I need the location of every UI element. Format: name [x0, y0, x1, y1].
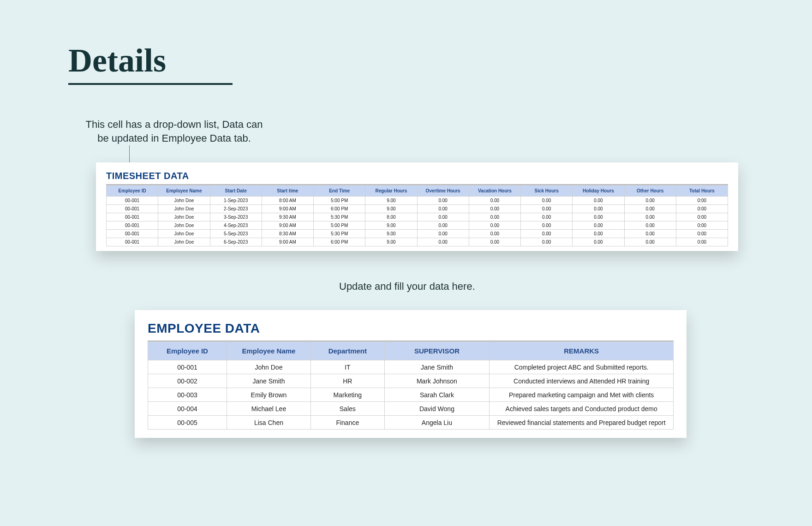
- employee-cell[interactable]: Achieved sales targets and Conducted pro…: [490, 402, 674, 416]
- timesheet-cell: 0.00: [469, 197, 520, 205]
- table-row: 00-001John Doe4-Sep-20239:00 AM5:00 PM9.…: [107, 221, 728, 230]
- timesheet-cell: 0:00: [676, 221, 728, 230]
- employee-cell[interactable]: 00-004: [148, 402, 227, 416]
- timesheet-panel: TIMESHEET DATA Employee IDEmployee NameS…: [96, 162, 738, 251]
- timesheet-cell: 0.00: [469, 221, 520, 230]
- employee-cell[interactable]: Emily Brown: [227, 388, 310, 402]
- employee-title: EMPLOYEE DATA: [148, 321, 674, 336]
- table-row: 00-001John DoeITJane SmithCompleted proj…: [148, 360, 674, 374]
- employee-id-cell[interactable]: 00-001: [107, 213, 158, 221]
- timesheet-cell: 0.00: [624, 221, 676, 230]
- employee-cell[interactable]: Angela Liu: [384, 416, 490, 430]
- employee-id-cell[interactable]: 00-001: [107, 197, 158, 205]
- employee-id-cell[interactable]: 00-001: [107, 221, 158, 230]
- timesheet-cell: 6:00 PM: [314, 238, 365, 246]
- timesheet-header-cell: Regular Hours: [365, 185, 417, 197]
- timesheet-cell: 0.00: [624, 230, 676, 238]
- timesheet-cell: 5-Sep-2023: [210, 230, 262, 238]
- timesheet-cell: 9:30 AM: [262, 213, 313, 221]
- caption-update-note: Update and fill your data here.: [339, 281, 475, 293]
- timesheet-cell: 0.00: [624, 205, 676, 213]
- employee-cell[interactable]: Marketing: [311, 388, 384, 402]
- timesheet-cell: 0.00: [521, 205, 573, 213]
- employee-cell[interactable]: Jane Smith: [227, 374, 310, 388]
- employee-cell[interactable]: David Wong: [384, 402, 490, 416]
- timesheet-cell: 9.00: [365, 197, 417, 205]
- timesheet-cell: 1-Sep-2023: [210, 197, 262, 205]
- employee-id-cell[interactable]: 00-001: [107, 205, 158, 213]
- timesheet-header-cell: Employee ID: [107, 185, 158, 197]
- employee-table: Employee IDEmployee NameDepartmentSUPERV…: [148, 341, 674, 430]
- timesheet-header-cell: Overtime Hours: [417, 185, 469, 197]
- timesheet-cell: 0.00: [624, 238, 676, 246]
- timesheet-cell: 0.00: [469, 205, 520, 213]
- employee-cell[interactable]: Sales: [311, 402, 384, 416]
- timesheet-cell: 6:00 PM: [314, 205, 365, 213]
- employee-id-cell[interactable]: 00-001: [107, 238, 158, 246]
- table-row: 00-001John Doe3-Sep-20239:30 AM5:30 PM8.…: [107, 213, 728, 221]
- employee-cell[interactable]: Sarah Clark: [384, 388, 490, 402]
- employee-cell[interactable]: Mark Johnson: [384, 374, 490, 388]
- employee-cell[interactable]: Lisa Chen: [227, 416, 310, 430]
- timesheet-cell: 0.00: [573, 197, 624, 205]
- timesheet-cell: 8:00 AM: [262, 197, 313, 205]
- employee-cell[interactable]: 00-003: [148, 388, 227, 402]
- timesheet-cell: 0.00: [417, 221, 469, 230]
- employee-header-cell: Department: [311, 342, 384, 360]
- employee-cell[interactable]: Michael Lee: [227, 402, 310, 416]
- employee-header-cell: Employee Name: [227, 342, 310, 360]
- employee-cell[interactable]: 00-002: [148, 374, 227, 388]
- timesheet-header-cell: Total Hours: [676, 185, 728, 197]
- employee-cell[interactable]: Jane Smith: [384, 360, 490, 374]
- employee-cell[interactable]: Conducted interviews and Attended HR tra…: [490, 374, 674, 388]
- timesheet-header-cell: End Time: [314, 185, 365, 197]
- timesheet-cell: 9:00 AM: [262, 238, 313, 246]
- timesheet-cell: 0.00: [417, 230, 469, 238]
- timesheet-cell: 0.00: [417, 205, 469, 213]
- timesheet-header-cell: Holiday Hours: [573, 185, 624, 197]
- timesheet-cell: 9.00: [365, 221, 417, 230]
- timesheet-cell: 0:00: [676, 213, 728, 221]
- table-row: 00-001John Doe6-Sep-20239:00 AM6:00 PM9.…: [107, 238, 728, 246]
- timesheet-cell: 0:00: [676, 230, 728, 238]
- timesheet-cell: 5:30 PM: [314, 213, 365, 221]
- timesheet-cell: 0.00: [521, 197, 573, 205]
- timesheet-cell: 3-Sep-2023: [210, 213, 262, 221]
- table-row: 00-003Emily BrownMarketingSarah ClarkPre…: [148, 388, 674, 402]
- employee-panel: EMPLOYEE DATA Employee IDEmployee NameDe…: [135, 310, 687, 438]
- timesheet-cell: 6-Sep-2023: [210, 238, 262, 246]
- timesheet-cell: 5:00 PM: [314, 221, 365, 230]
- employee-cell[interactable]: 00-001: [148, 360, 227, 374]
- timesheet-cell: 0.00: [469, 238, 520, 246]
- timesheet-cell: John Doe: [158, 221, 210, 230]
- employee-cell[interactable]: 00-005: [148, 416, 227, 430]
- timesheet-cell: 0.00: [624, 213, 676, 221]
- timesheet-cell: 0.00: [573, 213, 624, 221]
- timesheet-cell: 0.00: [624, 197, 676, 205]
- employee-id-cell[interactable]: 00-001: [107, 230, 158, 238]
- timesheet-cell: 0.00: [469, 230, 520, 238]
- employee-cell[interactable]: Reviewed financial statements and Prepar…: [490, 416, 674, 430]
- table-row: 00-004Michael LeeSalesDavid WongAchieved…: [148, 402, 674, 416]
- timesheet-cell: 8.00: [365, 213, 417, 221]
- timesheet-table: Employee IDEmployee NameStart DateStart …: [106, 185, 728, 246]
- employee-cell[interactable]: HR: [311, 374, 384, 388]
- timesheet-cell: John Doe: [158, 213, 210, 221]
- employee-header-cell: REMARKS: [490, 342, 674, 360]
- employee-cell[interactable]: Prepared marketing campaign and Met with…: [490, 388, 674, 402]
- employee-cell[interactable]: Finance: [311, 416, 384, 430]
- timesheet-cell: John Doe: [158, 238, 210, 246]
- timesheet-header-cell: Employee Name: [158, 185, 210, 197]
- employee-cell[interactable]: Completed project ABC and Submitted repo…: [490, 360, 674, 374]
- employee-cell[interactable]: IT: [311, 360, 384, 374]
- timesheet-cell: 0.00: [521, 221, 573, 230]
- timesheet-cell: 5:00 PM: [314, 197, 365, 205]
- timesheet-cell: 0.00: [521, 238, 573, 246]
- employee-header-cell: SUPERVISOR: [384, 342, 490, 360]
- table-row: 00-002Jane SmithHRMark JohnsonConducted …: [148, 374, 674, 388]
- timesheet-cell: 0:00: [676, 197, 728, 205]
- employee-cell[interactable]: John Doe: [227, 360, 310, 374]
- timesheet-cell: 8:30 AM: [262, 230, 313, 238]
- timesheet-cell: 0.00: [573, 230, 624, 238]
- timesheet-cell: 0.00: [573, 238, 624, 246]
